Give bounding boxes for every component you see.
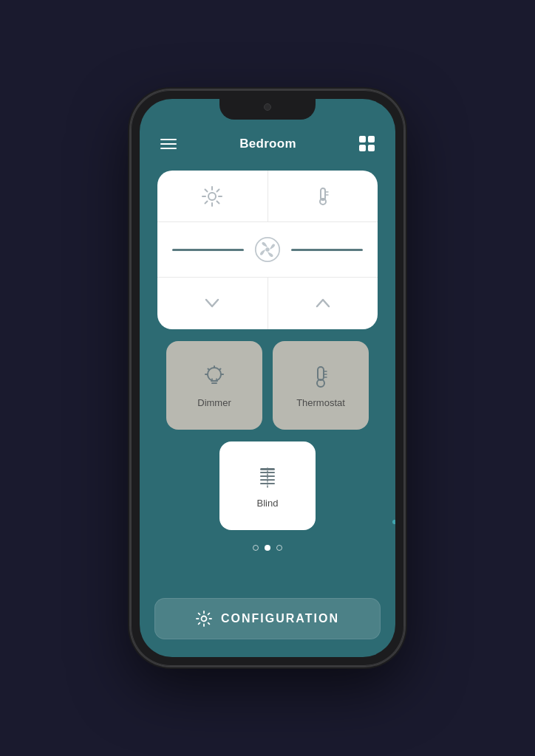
control-card-middle	[157, 222, 378, 278]
phone-wrapper: Bedroom	[0, 0, 535, 756]
dot-2[interactable]	[265, 545, 270, 551]
configuration-label: CONFIGURATION	[221, 612, 339, 625]
main-content: Dimmer Thermostat	[140, 163, 395, 598]
tiles-row-2: Blind	[157, 441, 378, 530]
svg-line-5	[205, 189, 208, 191]
control-card	[157, 171, 378, 329]
side-dot	[392, 520, 395, 524]
dot-1[interactable]	[253, 545, 259, 551]
sun-control-cell[interactable]	[157, 171, 268, 221]
thermometer-control-cell[interactable]	[268, 171, 378, 221]
camera	[264, 103, 271, 111]
chevron-up-icon	[314, 296, 332, 311]
svg-rect-16	[318, 367, 324, 380]
blind-label: Blind	[257, 498, 279, 509]
grid-view-button[interactable]	[359, 136, 375, 151]
notch	[219, 99, 316, 120]
bulb-icon	[201, 363, 228, 390]
dot-3[interactable]	[276, 545, 282, 551]
fan-icon	[254, 236, 281, 263]
gear-icon	[196, 611, 212, 627]
chevron-down-cell[interactable]	[157, 278, 268, 329]
thermostat-tile[interactable]: Thermostat	[273, 341, 369, 430]
svg-point-14	[265, 247, 269, 251]
svg-line-6	[217, 201, 219, 203]
control-card-bottom	[157, 278, 378, 329]
sun-icon	[201, 185, 223, 207]
dimmer-label: Dimmer	[197, 397, 231, 408]
pagination-dots	[253, 545, 282, 551]
thermometer-top-icon	[312, 185, 334, 207]
dimmer-tile[interactable]: Dimmer	[166, 341, 262, 430]
thermometer-tile-icon	[307, 363, 334, 390]
blind-tile[interactable]: Blind	[219, 441, 316, 530]
slider-right[interactable]	[291, 249, 363, 251]
fan-button[interactable]	[253, 235, 282, 264]
control-card-top	[157, 171, 378, 222]
svg-line-7	[217, 189, 219, 191]
phone-frame: Bedroom	[131, 90, 404, 666]
svg-point-27	[202, 616, 207, 622]
page-title: Bedroom	[239, 137, 296, 151]
chevron-up-cell[interactable]	[268, 278, 378, 329]
slider-left[interactable]	[172, 249, 244, 251]
phone-screen: Bedroom	[140, 99, 395, 657]
thermostat-label: Thermostat	[296, 397, 345, 408]
chevron-down-icon	[203, 296, 221, 311]
blind-icon	[254, 464, 281, 490]
menu-button[interactable]	[160, 139, 177, 149]
svg-point-0	[208, 193, 216, 200]
tiles-row-1: Dimmer Thermostat	[157, 341, 378, 430]
svg-line-8	[205, 201, 208, 203]
configuration-button[interactable]: CONFIGURATION	[154, 598, 381, 639]
